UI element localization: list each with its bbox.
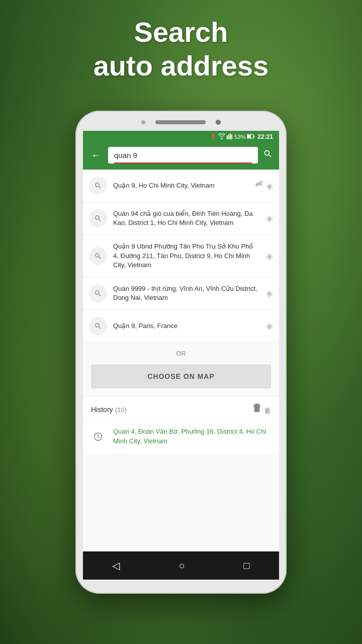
svg-rect-2 — [230, 133, 231, 139]
svg-line-8 — [255, 407, 256, 411]
search-bar: ← — [83, 143, 279, 170]
battery-icon — [247, 134, 255, 140]
search-input[interactable] — [108, 147, 258, 164]
arrow-icon-3: ◈ — [266, 251, 273, 262]
delete-history-button[interactable]: 🗑 — [252, 403, 271, 416]
svg-rect-3 — [231, 134, 232, 139]
phone-speaker-bar — [155, 120, 206, 124]
svg-rect-11 — [253, 405, 260, 406]
sim-icon — [227, 133, 233, 140]
arrow-icon-4: ◈ — [266, 288, 273, 299]
svg-rect-0 — [227, 135, 228, 139]
or-divider: OR — [83, 343, 279, 364]
search-circle-1 — [89, 177, 107, 195]
history-clock-icon — [89, 428, 107, 446]
result-text-4: Quán 9999 - thịt rừng, Vĩnh An, Vĩnh Cửu… — [113, 284, 260, 302]
choose-on-map-button[interactable]: CHOOSE ON MAP — [91, 364, 271, 388]
nav-back-button[interactable]: ◁ — [102, 555, 130, 576]
headline-line1: Search — [0, 15, 362, 49]
phone-shell: 📍 53% — [75, 111, 287, 594]
history-header: History (10) 🗑 — [83, 396, 279, 420]
nav-home-button[interactable]: ○ — [168, 556, 195, 576]
history-item-text-1: Quan 4, Đoàn Văn Bơ, Phường 16, District… — [113, 427, 273, 445]
result-text-5: Quận 9, Paris, France — [113, 321, 260, 331]
search-submit-button[interactable] — [263, 149, 273, 162]
result-text-3: Quận 9 Ubnd Phường Tân Phú Trụ Sở Khu Ph… — [113, 242, 260, 270]
battery-percent: 53% — [234, 134, 245, 140]
result-item-1[interactable]: Quận 9, Ho Chi Minh City, Vietnam ◈ — [83, 170, 279, 202]
back-button[interactable]: ← — [89, 147, 103, 163]
search-underline — [114, 163, 252, 164]
result-item-4[interactable]: Quán 9999 - thịt rừng, Vĩnh An, Vĩnh Cửu… — [83, 277, 279, 310]
svg-rect-5 — [247, 135, 251, 138]
svg-line-10 — [258, 407, 258, 411]
phone-speaker-dot — [141, 120, 145, 124]
headline: Search auto address — [0, 15, 362, 83]
status-icons: 📍 53% — [210, 133, 273, 140]
arrow-icon-5: ◈ — [266, 320, 273, 332]
history-title: History — [91, 406, 113, 414]
headline-line2: auto address — [0, 49, 362, 83]
result-text-2: Quán 94 chả giò cua biển, Đinh Tiên Hoàn… — [113, 209, 260, 227]
history-item-1[interactable]: Quan 4, Đoàn Văn Bơ, Phường 16, District… — [83, 420, 279, 452]
results-list: Quận 9, Ho Chi Minh City, Vietnam ◈ — [83, 170, 279, 551]
result-item-5[interactable]: Quận 9, Paris, France ◈ — [83, 310, 279, 343]
phone-top — [75, 111, 287, 131]
result-item-3[interactable]: Quận 9 Ubnd Phường Tân Phú Trụ Sở Khu Ph… — [83, 235, 279, 277]
time: 22:21 — [257, 133, 273, 140]
bottom-nav: ◁ ○ □ — [83, 551, 279, 580]
phone-camera — [216, 120, 221, 125]
history-title-group: History (10) — [91, 405, 127, 414]
nav-recent-button[interactable]: □ — [233, 556, 259, 576]
search-circle-4 — [89, 284, 107, 302]
location-icon: 📍 — [210, 134, 217, 140]
arrow-icon-2: ◈ — [266, 213, 273, 224]
arrow-icon-1: ◈ — [254, 180, 273, 192]
result-item-2[interactable]: Quán 94 chả giò cua biển, Đinh Tiên Hoàn… — [83, 202, 279, 235]
result-text-1: Quận 9, Ho Chi Minh City, Vietnam — [113, 181, 248, 190]
wifi-icon — [218, 133, 225, 140]
search-circle-2 — [89, 209, 107, 227]
search-circle-5 — [89, 317, 107, 335]
history-count: (10) — [115, 406, 127, 414]
phone-screen: 📍 53% — [83, 131, 279, 580]
search-input-wrapper — [108, 147, 258, 164]
svg-rect-6 — [254, 136, 255, 137]
search-circle-3 — [89, 247, 107, 265]
svg-rect-1 — [228, 134, 229, 139]
status-bar: 📍 53% — [83, 131, 279, 143]
